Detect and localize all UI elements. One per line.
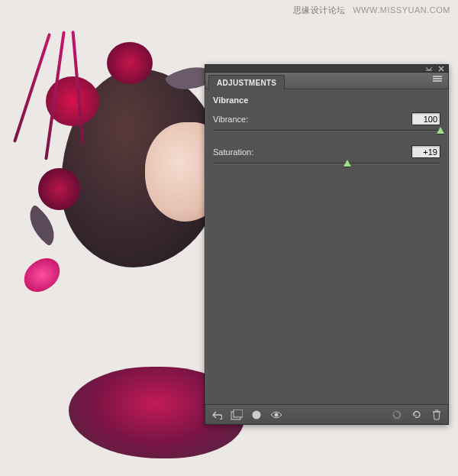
svg-rect-1 xyxy=(234,410,243,417)
vibrance-slider[interactable] xyxy=(213,127,440,138)
saturation-label: Saturation: xyxy=(213,147,253,157)
new-adjustment-icon[interactable] xyxy=(230,409,244,421)
svg-point-3 xyxy=(275,413,279,416)
vibrance-value-input[interactable] xyxy=(411,112,440,125)
panel-tabbar: ADJUSTMENTS xyxy=(205,73,448,89)
panel-menu-icon[interactable] xyxy=(433,76,443,85)
back-arrow-icon[interactable] xyxy=(210,409,224,421)
visibility-eye-icon[interactable] xyxy=(269,409,283,421)
saturation-control: Saturation: xyxy=(213,145,440,170)
watermark-cn: 思缘设计论坛 xyxy=(293,5,346,15)
panel-titlebar[interactable] xyxy=(205,65,448,73)
vibrance-label: Vibrance: xyxy=(213,115,248,124)
watermark-url: WWW.MISSYUAN.COM xyxy=(353,5,450,15)
panel-footer xyxy=(205,404,448,424)
saturation-value-input[interactable] xyxy=(411,145,440,158)
adjustments-panel: ADJUSTMENTS Vibrance Vibrance: Saturatio… xyxy=(205,64,449,425)
saturation-slider[interactable] xyxy=(213,160,440,170)
panel-body: Vibrance Vibrance: Saturation: xyxy=(205,89,448,404)
vibrance-control: Vibrance: xyxy=(213,112,440,138)
clip-to-layer-icon[interactable] xyxy=(250,409,263,421)
watermark: 思缘设计论坛 WWW.MISSYUAN.COM xyxy=(293,5,450,16)
vibrance-slider-thumb[interactable] xyxy=(437,127,444,134)
svg-point-2 xyxy=(253,410,261,419)
adjustment-title: Vibrance xyxy=(213,96,440,105)
close-icon[interactable] xyxy=(437,66,445,72)
collapse-icon[interactable] xyxy=(425,66,433,72)
trash-icon[interactable] xyxy=(430,409,443,421)
saturation-slider-thumb[interactable] xyxy=(344,160,351,167)
reset-icon[interactable] xyxy=(410,409,424,421)
previous-state-icon[interactable] xyxy=(390,409,404,421)
tab-adjustments[interactable]: ADJUSTMENTS xyxy=(208,75,285,89)
